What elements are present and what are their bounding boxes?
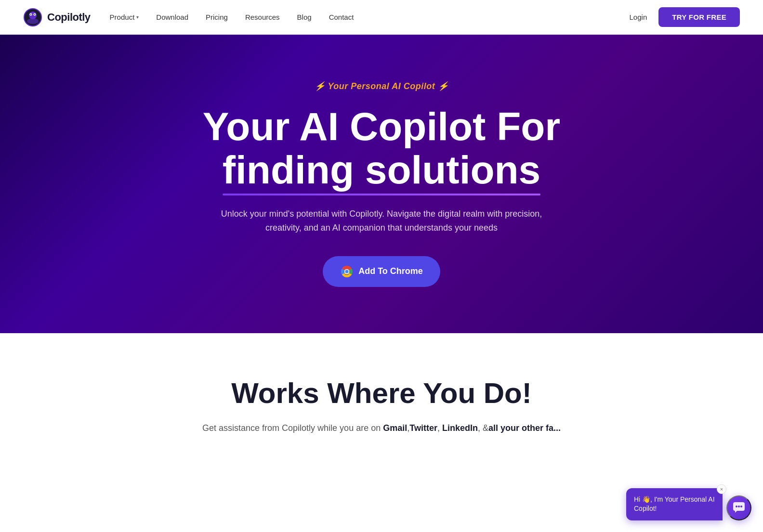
hero-subtitle: Unlock your mind's potential with Copilo… xyxy=(218,207,545,235)
nav-link-blog[interactable]: Blog xyxy=(297,13,312,21)
works-subtitle-end: all your other fa... xyxy=(488,423,561,433)
nav-item-download[interactable]: Download xyxy=(156,13,188,21)
logo-icon xyxy=(23,8,42,27)
works-section: Works Where You Do! Get assistance from … xyxy=(0,333,763,464)
chrome-icon xyxy=(340,265,354,278)
hero-title-line2: finding solutions xyxy=(223,148,540,192)
hero-title-line1: Your AI Copilot For xyxy=(203,104,560,148)
nav-item-product[interactable]: Product ▾ xyxy=(110,13,139,21)
login-button[interactable]: Login xyxy=(630,13,647,21)
try-for-free-button[interactable]: TRY FOR FREE xyxy=(658,7,740,27)
nav-links: Product ▾ Download Pricing Resources xyxy=(110,13,354,21)
add-to-chrome-button[interactable]: Add To Chrome xyxy=(323,256,440,287)
platform-twitter: Twitter xyxy=(409,423,437,433)
navbar-right: Login TRY FOR FREE xyxy=(630,7,740,27)
navbar: Copilotly Product ▾ Download Pricing xyxy=(0,0,763,35)
works-title: Works Where You Do! xyxy=(19,376,744,410)
svg-point-2 xyxy=(27,18,39,24)
svg-point-5 xyxy=(30,14,31,15)
nav-item-blog[interactable]: Blog xyxy=(297,13,312,21)
hero-title: Your AI Copilot For finding solutions xyxy=(203,105,560,192)
nav-item-contact[interactable]: Contact xyxy=(329,13,354,21)
nav-item-resources[interactable]: Resources xyxy=(245,13,280,21)
works-subtitle: Get assistance from Copilotly while you … xyxy=(165,421,598,435)
platform-gmail: Gmail xyxy=(383,423,407,433)
svg-point-11 xyxy=(345,270,349,273)
nav-link-contact[interactable]: Contact xyxy=(329,13,354,21)
chevron-down-icon: ▾ xyxy=(136,14,139,20)
hero-tagline: ⚡ Your Personal AI Copilot ⚡ xyxy=(315,81,448,91)
nav-link-resources[interactable]: Resources xyxy=(245,13,280,21)
nav-link-product[interactable]: Product ▾ xyxy=(110,13,139,21)
navbar-left: Copilotly Product ▾ Download Pricing xyxy=(23,8,354,27)
hero-section: ⚡ Your Personal AI Copilot ⚡ Your AI Cop… xyxy=(0,35,763,333)
logo-link[interactable]: Copilotly xyxy=(23,8,91,27)
works-subtitle-start: Get assistance from Copilotly while you … xyxy=(202,423,383,433)
platform-linkedin: LinkedIn xyxy=(442,423,478,433)
svg-point-1 xyxy=(29,12,37,19)
add-to-chrome-label: Add To Chrome xyxy=(358,266,423,276)
nav-link-download[interactable]: Download xyxy=(156,13,188,21)
nav-link-pricing[interactable]: Pricing xyxy=(206,13,228,21)
brand-name: Copilotly xyxy=(47,11,91,24)
nav-item-pricing[interactable]: Pricing xyxy=(206,13,228,21)
svg-point-6 xyxy=(34,14,35,15)
